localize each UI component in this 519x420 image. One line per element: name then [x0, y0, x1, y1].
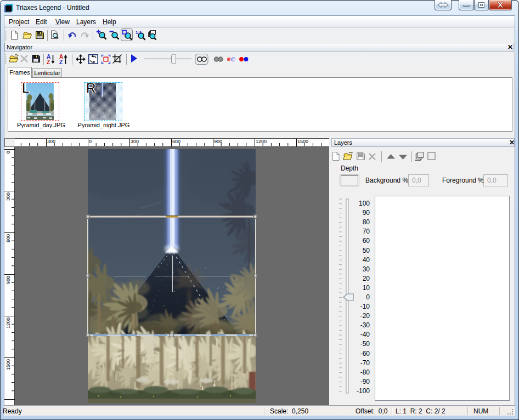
svg-text:600: 600 [5, 234, 11, 242]
svg-text:900: 900 [5, 276, 11, 284]
svg-text:1500: 1500 [5, 359, 11, 370]
svg-text:1200: 1200 [5, 317, 11, 328]
svg-text:0: 0 [89, 139, 92, 144]
svg-text:300: 300 [5, 192, 11, 201]
svg-text:0: 0 [5, 151, 11, 154]
svg-text:1200: 1200 [256, 139, 267, 144]
svg-text:1500: 1500 [297, 139, 308, 144]
svg-text:Z: Z [47, 59, 50, 65]
svg-text:Z: Z [59, 59, 63, 65]
svg-text:1:1: 1:1 [136, 30, 142, 35]
